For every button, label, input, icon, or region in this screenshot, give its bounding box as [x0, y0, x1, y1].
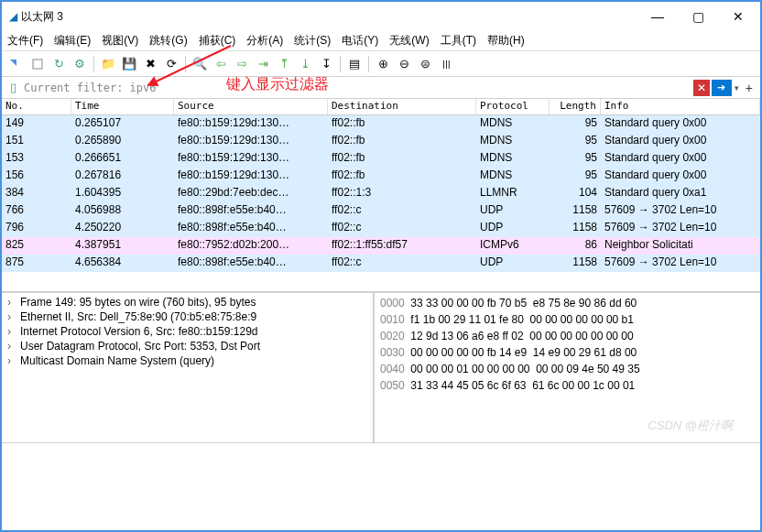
hex-row[interactable]: 0010 f1 1b 00 29 11 01 fe 80 00 00 00 00…	[380, 311, 755, 328]
autoscroll-icon[interactable]: ↧	[317, 55, 335, 73]
add-filter-button[interactable]: +	[742, 81, 757, 95]
col-dst[interactable]: Destination	[328, 99, 476, 114]
col-src[interactable]: Source	[174, 99, 328, 114]
menu-help[interactable]: 帮助(H)	[487, 33, 525, 49]
packet-row[interactable]: 7664.056988fe80::898f:e55e:b40…ff02::cUD…	[2, 202, 760, 220]
zoom-reset-icon[interactable]: ⊜	[416, 55, 434, 73]
zoom-out-icon[interactable]: ⊖	[395, 55, 413, 73]
tree-item[interactable]: ›Internet Protocol Version 6, Src: fe80:…	[4, 324, 371, 339]
save-icon[interactable]: 💾	[120, 55, 138, 73]
close-file-icon[interactable]: ✖	[141, 55, 159, 73]
resize-cols-icon[interactable]: ⫼	[437, 55, 455, 73]
filter-bar: ▯ ✕ ➔ ▾ +	[2, 77, 760, 99]
packet-row[interactable]: 3841.604395fe80::29bd:7eeb:dec…ff02::1:3…	[2, 185, 760, 202]
empty-area	[2, 443, 760, 532]
prev-icon[interactable]: ⇦	[212, 55, 230, 73]
packet-row[interactable]: 7964.250220fe80::898f:e55e:b40…ff02::cUD…	[2, 220, 760, 237]
maximize-button[interactable]: ▢	[683, 4, 713, 29]
hex-row[interactable]: 0030 00 00 00 00 00 fb 14 e9 14 e9 00 29…	[380, 344, 755, 361]
bookmark-icon[interactable]: ▯	[5, 81, 20, 95]
packet-list-header: No. Time Source Destination Protocol Len…	[2, 99, 760, 115]
display-filter-input[interactable]	[20, 80, 691, 96]
zoom-in-icon[interactable]: ⊕	[374, 55, 392, 73]
svg-rect-0	[33, 60, 42, 69]
packet-row[interactable]: 1560.267816fe80::b159:129d:130…ff02::fbM…	[2, 168, 760, 185]
menu-go[interactable]: 跳转(G)	[149, 33, 187, 49]
open-icon[interactable]: 📁	[99, 55, 117, 73]
first-icon[interactable]: ⤒	[275, 55, 293, 73]
window-title: 以太网 3	[21, 9, 643, 25]
menu-telephony[interactable]: 电话(Y)	[342, 33, 378, 49]
menu-view[interactable]: 视图(V)	[102, 33, 138, 49]
menu-edit[interactable]: 编辑(E)	[54, 33, 91, 49]
packet-list-pane[interactable]: No. Time Source Destination Protocol Len…	[2, 99, 760, 293]
hex-row[interactable]: 0020 12 9d 13 06 a6 e8 ff 02 00 00 00 00…	[380, 328, 755, 344]
col-proto[interactable]: Protocol	[476, 99, 550, 114]
stop-capture-icon[interactable]	[28, 55, 47, 73]
hex-row[interactable]: 0050 31 33 44 45 05 6c 6f 63 61 6c 00 00…	[380, 377, 755, 394]
start-capture-icon[interactable]	[7, 55, 26, 73]
app-icon: ◢	[9, 10, 17, 23]
minimize-button[interactable]: —	[643, 4, 672, 29]
tree-item[interactable]: ›Frame 149: 95 bytes on wire (760 bits),…	[4, 295, 371, 309]
titlebar: ◢ 以太网 3 — ▢ ✕	[2, 2, 760, 31]
toolbar: ↻ ⚙ 📁 💾 ✖ ⟳ 🔍 ⇦ ⇨ ⇥ ⤒ ⤓ ↧ ▤ ⊕ ⊖ ⊜ ⫼	[2, 51, 760, 77]
options-icon[interactable]: ⚙	[71, 55, 89, 73]
menu-file[interactable]: 文件(F)	[7, 33, 43, 49]
next-icon[interactable]: ⇨	[233, 55, 251, 73]
packet-details-pane[interactable]: ›Frame 149: 95 bytes on wire (760 bits),…	[2, 293, 375, 442]
menu-stats[interactable]: 统计(S)	[294, 33, 331, 49]
col-time[interactable]: Time	[71, 99, 174, 114]
col-info[interactable]: Info	[601, 99, 760, 114]
col-no[interactable]: No.	[2, 99, 71, 114]
menu-analyze[interactable]: 分析(A)	[246, 33, 283, 49]
restart-capture-icon[interactable]: ↻	[49, 55, 68, 73]
jump-icon[interactable]: ⇥	[254, 55, 272, 73]
col-len[interactable]: Length	[550, 99, 601, 114]
packet-row[interactable]: 1490.265107fe80::b159:129d:130…ff02::fbM…	[2, 115, 760, 133]
watermark: CSDN @橙汁啊	[648, 418, 733, 434]
apply-filter-button[interactable]: ➔	[712, 80, 732, 96]
packet-row[interactable]: 1510.265890fe80::b159:129d:130…ff02::fbM…	[2, 133, 760, 150]
tree-item[interactable]: ›Multicast Domain Name System (query)	[4, 353, 371, 368]
reload-icon[interactable]: ⟳	[162, 55, 180, 73]
close-button[interactable]: ✕	[724, 4, 753, 29]
clear-filter-button[interactable]: ✕	[693, 80, 710, 96]
menubar: 文件(F) 编辑(E) 视图(V) 跳转(G) 捕获(C) 分析(A) 统计(S…	[2, 31, 760, 51]
packet-row[interactable]: 1530.266651fe80::b159:129d:130…ff02::fbM…	[2, 150, 760, 168]
packet-row[interactable]: 8754.656384fe80::898f:e55e:b40…ff02::cUD…	[2, 255, 760, 272]
tree-item[interactable]: ›Ethernet II, Src: Dell_75:8e:90 (70:b5:…	[4, 309, 371, 324]
hex-row[interactable]: 0040 00 00 00 01 00 00 00 00 00 00 09 4e…	[380, 361, 755, 377]
colorize-icon[interactable]: ▤	[345, 55, 364, 73]
last-icon[interactable]: ⤓	[296, 55, 314, 73]
find-icon[interactable]: 🔍	[190, 55, 209, 73]
tree-item[interactable]: ›User Datagram Protocol, Src Port: 5353,…	[4, 339, 371, 353]
menu-capture[interactable]: 捕获(C)	[199, 33, 236, 49]
filter-dropdown-icon[interactable]: ▾	[732, 83, 742, 92]
menu-wireless[interactable]: 无线(W)	[389, 33, 429, 49]
hex-row[interactable]: 0000 33 33 00 00 00 fb 70 b5 e8 75 8e 90…	[380, 295, 755, 311]
menu-tools[interactable]: 工具(T)	[441, 33, 476, 49]
packet-row[interactable]: 8254.387951fe80::7952:d02b:200…ff02::1:f…	[2, 237, 760, 255]
